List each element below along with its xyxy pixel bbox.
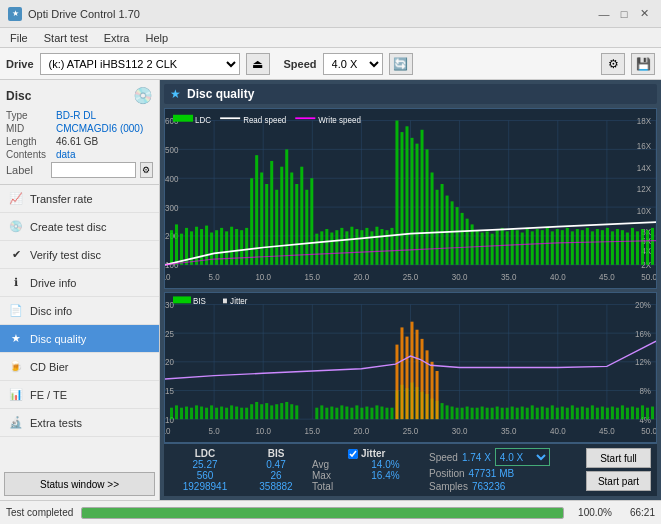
maximize-button[interactable]: □ xyxy=(615,5,633,23)
disc-length-value: 46.61 GB xyxy=(56,136,98,147)
sidebar-item-verify-test-disc[interactable]: ✔ Verify test disc xyxy=(0,241,159,269)
svg-rect-127 xyxy=(591,231,594,264)
svg-rect-241 xyxy=(476,408,479,419)
svg-rect-79 xyxy=(350,227,353,265)
status-window-button[interactable]: Status window >> xyxy=(4,472,155,496)
svg-text:25.0: 25.0 xyxy=(403,425,419,436)
eject-button[interactable]: ⏏ xyxy=(246,53,270,75)
svg-rect-201 xyxy=(260,404,263,419)
sidebar-item-label-transfer-rate: Transfer rate xyxy=(30,193,93,205)
bis-total-val: 358882 xyxy=(246,481,306,492)
sidebar-item-disc-info[interactable]: 📄 Disc info xyxy=(0,297,159,325)
svg-text:20.0: 20.0 xyxy=(354,425,370,436)
disc-mid-row: MID CMCMAGDI6 (000) xyxy=(6,123,153,134)
position-val: 47731 MB xyxy=(469,468,515,479)
svg-rect-247 xyxy=(506,408,509,419)
menu-help[interactable]: Help xyxy=(139,31,174,45)
disc-quality-icon: ★ xyxy=(8,331,24,347)
refresh-button[interactable]: 🔄 xyxy=(389,53,413,75)
drive-info-icon: ℹ xyxy=(8,275,24,291)
svg-rect-208 xyxy=(295,405,298,419)
minimize-button[interactable]: — xyxy=(595,5,613,23)
sidebar-item-cd-bier[interactable]: 🍺 CD Bier xyxy=(0,353,159,381)
jitter-checkbox[interactable] xyxy=(348,449,358,459)
menu-start-test[interactable]: Start test xyxy=(38,31,94,45)
options-button[interactable]: ⚙ xyxy=(601,53,625,75)
svg-text:10.0: 10.0 xyxy=(255,271,271,282)
svg-rect-66 xyxy=(285,149,288,264)
svg-rect-122 xyxy=(566,228,569,265)
svg-rect-96 xyxy=(436,190,439,265)
disc-header: Disc 💿 xyxy=(6,86,153,106)
close-button[interactable]: ✕ xyxy=(635,5,653,23)
svg-rect-215 xyxy=(345,406,348,419)
content-header: ★ Disc quality xyxy=(164,84,657,104)
sidebar-item-extra-tests[interactable]: 🔬 Extra tests xyxy=(0,409,159,437)
svg-rect-93 xyxy=(421,130,424,265)
svg-text:5.0: 5.0 xyxy=(209,271,220,282)
svg-text:30: 30 xyxy=(165,299,174,310)
disc-quality-header-icon: ★ xyxy=(170,87,181,101)
svg-rect-68 xyxy=(295,184,298,265)
speed-selector[interactable]: 4.0 X xyxy=(323,53,383,75)
sidebar-item-disc-quality[interactable]: ★ Disc quality xyxy=(0,325,159,353)
svg-rect-275 xyxy=(646,408,649,419)
start-part-button[interactable]: Start part xyxy=(586,471,651,491)
menu-file[interactable]: File xyxy=(4,31,34,45)
content-area: ★ Disc quality xyxy=(160,80,661,500)
svg-rect-252 xyxy=(531,405,534,419)
svg-text:25.0: 25.0 xyxy=(403,271,419,282)
disc-label-input[interactable] xyxy=(51,162,136,178)
svg-rect-43 xyxy=(170,230,173,265)
menu-extra[interactable]: Extra xyxy=(98,31,136,45)
svg-rect-251 xyxy=(526,408,529,419)
save-button[interactable]: 💾 xyxy=(631,53,655,75)
sidebar: Disc 💿 Type BD-R DL MID CMCMAGDI6 (000) … xyxy=(0,80,160,500)
svg-rect-193 xyxy=(220,406,223,419)
svg-rect-286 xyxy=(173,296,191,303)
svg-rect-104 xyxy=(476,230,479,265)
svg-rect-138 xyxy=(646,230,649,265)
svg-rect-245 xyxy=(496,406,499,419)
max-label: Max xyxy=(312,470,342,481)
sidebar-item-transfer-rate[interactable]: 📈 Transfer rate xyxy=(0,185,159,213)
svg-rect-72 xyxy=(315,234,318,265)
svg-rect-197 xyxy=(240,408,243,419)
svg-text:5.0: 5.0 xyxy=(209,425,220,436)
svg-rect-115 xyxy=(531,231,534,264)
bis-max-val: 26 xyxy=(246,470,306,481)
svg-rect-183 xyxy=(170,408,173,419)
sidebar-item-create-test-disc[interactable]: 💿 Create test disc xyxy=(0,213,159,241)
svg-rect-185 xyxy=(180,408,183,419)
disc-eject-icon[interactable]: 💿 xyxy=(133,86,153,106)
disc-type-value: BD-R DL xyxy=(56,110,96,121)
svg-rect-259 xyxy=(566,408,569,419)
svg-rect-136 xyxy=(636,231,639,264)
svg-rect-95 xyxy=(431,172,434,264)
svg-rect-211 xyxy=(325,408,328,419)
svg-text:45.0: 45.0 xyxy=(599,271,615,282)
start-full-button[interactable]: Start full xyxy=(586,448,651,468)
svg-rect-207 xyxy=(290,404,293,419)
svg-rect-272 xyxy=(631,406,634,419)
svg-rect-102 xyxy=(466,219,469,265)
sidebar-item-fe-te[interactable]: 📊 FE / TE xyxy=(0,381,159,409)
svg-rect-117 xyxy=(541,230,544,265)
svg-rect-70 xyxy=(305,190,308,265)
svg-text:40.0: 40.0 xyxy=(550,271,566,282)
svg-text:500: 500 xyxy=(165,144,179,155)
svg-rect-209 xyxy=(315,408,318,419)
svg-rect-262 xyxy=(581,406,584,419)
svg-text:18X: 18X xyxy=(637,115,651,126)
sidebar-item-drive-info[interactable]: ℹ Drive info xyxy=(0,269,159,297)
speed-stat-selector[interactable]: 4.0 X xyxy=(495,448,550,466)
svg-rect-258 xyxy=(561,406,564,419)
svg-rect-84 xyxy=(375,227,378,265)
drive-selector[interactable]: (k:) ATAPI iHBS112 2 CLK xyxy=(40,53,240,75)
progress-bar-fill xyxy=(82,508,563,518)
svg-rect-249 xyxy=(516,408,519,419)
disc-label-button[interactable]: ⚙ xyxy=(140,162,153,178)
svg-rect-89 xyxy=(400,132,403,265)
svg-rect-246 xyxy=(501,408,504,419)
bottom-status-bar: Test completed 100.0% 66:21 xyxy=(0,500,661,524)
